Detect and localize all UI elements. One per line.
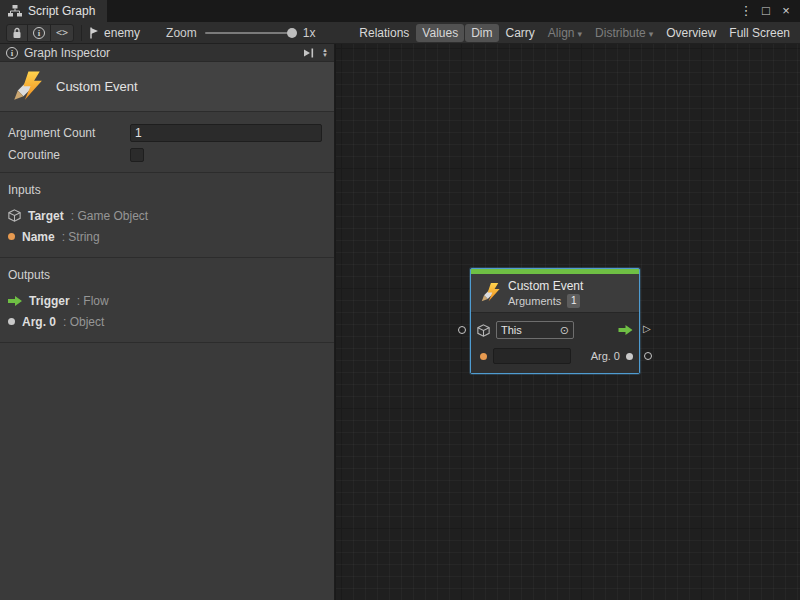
target-object-field[interactable]: This ⊙ xyxy=(496,321,574,339)
align-label: Align xyxy=(548,26,575,40)
toolbar-separator xyxy=(81,25,82,41)
trigger-flow-port-icon[interactable] xyxy=(618,325,633,335)
coroutine-checkbox[interactable] xyxy=(130,148,144,162)
info-button[interactable]: i xyxy=(28,25,51,41)
port-name: Trigger xyxy=(29,294,70,308)
argument-count-row: Argument Count xyxy=(0,122,334,144)
code-icon: <> xyxy=(56,27,68,38)
lock-button[interactable] xyxy=(7,25,28,41)
coroutine-row: Coroutine xyxy=(0,144,334,166)
node-row-arg0: Arg. 0 xyxy=(477,345,633,367)
tab-script-graph[interactable]: Script Graph xyxy=(0,0,107,22)
port-type: : Game Object xyxy=(71,209,148,223)
fullscreen-label: Full Screen xyxy=(729,26,790,40)
values-button[interactable]: Values xyxy=(416,24,464,42)
target-value: This xyxy=(501,324,522,336)
port-type: : Flow xyxy=(77,294,109,308)
custom-event-icon xyxy=(10,70,44,104)
graph-breadcrumb[interactable]: enemy xyxy=(89,26,140,40)
relations-label: Relations xyxy=(359,26,409,40)
chevron-down-icon: ▾ xyxy=(649,29,654,39)
info-icon: i xyxy=(33,27,45,39)
object-port-icon xyxy=(8,318,15,325)
cube-icon xyxy=(8,209,21,222)
node-arguments-row: Arguments 1 xyxy=(508,294,583,308)
name-string-port-icon[interactable] xyxy=(480,353,487,360)
arg0-object-port-icon[interactable] xyxy=(626,353,633,360)
outputs-heading: Outputs xyxy=(8,268,326,282)
dim-button[interactable]: Dim xyxy=(465,24,498,42)
lock-icon xyxy=(12,27,22,39)
window-controls: ⋮ □ × xyxy=(738,0,800,22)
align-dropdown[interactable]: Align▾ xyxy=(542,24,588,42)
dock-icon[interactable] xyxy=(302,48,314,58)
flow-arrow-icon xyxy=(8,296,22,306)
unit-title: Custom Event xyxy=(56,79,138,94)
overview-button[interactable]: Overview xyxy=(660,24,722,42)
port-name: Arg. 0 xyxy=(22,315,56,329)
node-header-text: Custom Event Arguments 1 xyxy=(508,279,583,308)
overview-label: Overview xyxy=(666,26,716,40)
chevron-down-icon: ▾ xyxy=(578,29,583,39)
outputs-section: Outputs Trigger : Flow Arg. 0 : Object xyxy=(0,258,334,343)
cube-icon xyxy=(477,324,490,337)
custom-event-icon xyxy=(479,282,501,304)
node-header[interactable]: Custom Event Arguments 1 xyxy=(471,274,639,312)
port-name: Name xyxy=(22,230,55,244)
zoom-value: 1x xyxy=(303,26,316,40)
script-graph-icon xyxy=(8,5,22,17)
port-row-trigger: Trigger : Flow xyxy=(8,290,326,311)
arguments-label: Arguments xyxy=(508,295,561,307)
toolbar-icon-group: i <> xyxy=(6,24,74,42)
custom-event-node[interactable]: Custom Event Arguments 1 This ⊙ xyxy=(470,268,640,374)
graph-inspector-panel: i Graph Inspector ▲ ▼ xyxy=(0,44,335,600)
argument-count-label: Argument Count xyxy=(8,126,130,140)
inputs-heading: Inputs xyxy=(8,183,326,197)
port-type: : Object xyxy=(63,315,104,329)
window-menu-icon[interactable]: ⋮ xyxy=(738,0,754,22)
port-row-arg0: Arg. 0 : Object xyxy=(8,311,326,332)
zoom-slider[interactable] xyxy=(205,32,295,34)
graph-name-label: enemy xyxy=(104,26,140,40)
inspector-title: Graph Inspector xyxy=(24,46,110,60)
relations-button[interactable]: Relations xyxy=(353,24,415,42)
titlebar: Script Graph ⋮ □ × xyxy=(0,0,800,22)
graph-pointer-icon xyxy=(89,27,99,39)
script-graph-window: Script Graph ⋮ □ × i <> xyxy=(0,0,800,600)
fullscreen-button[interactable]: Full Screen xyxy=(723,24,796,42)
port-row-name: Name : String xyxy=(8,226,326,247)
graph-canvas[interactable]: Custom Event Arguments 1 This ⊙ xyxy=(336,44,800,600)
object-picker-icon[interactable]: ⊙ xyxy=(560,325,569,336)
code-view-button[interactable]: <> xyxy=(51,25,73,41)
graph-toolbar: i <> enemy Zoom 1x Relations Values xyxy=(0,22,800,44)
flow-output-port[interactable]: ▷ xyxy=(643,323,651,335)
port-name: Target xyxy=(28,209,64,223)
unit-header: Custom Event xyxy=(0,62,334,112)
event-name-input[interactable] xyxy=(493,348,571,364)
argument-count-input[interactable] xyxy=(130,124,322,142)
target-input-port[interactable] xyxy=(458,326,466,334)
node-title: Custom Event xyxy=(508,279,583,293)
node-body: This ⊙ Arg. 0 xyxy=(471,312,639,373)
arg0-output-port[interactable] xyxy=(644,352,652,360)
info-icon: i xyxy=(6,47,18,59)
dim-label: Dim xyxy=(471,26,492,40)
zoom-slider-knob[interactable] xyxy=(287,28,297,38)
coroutine-label: Coroutine xyxy=(8,148,130,162)
port-type: : String xyxy=(62,230,100,244)
maximize-icon[interactable]: □ xyxy=(758,0,774,22)
values-label: Values xyxy=(422,26,458,40)
pane-scroll-control[interactable]: ▲ ▼ xyxy=(322,48,328,58)
carry-button[interactable]: Carry xyxy=(500,24,541,42)
arg0-label: Arg. 0 xyxy=(591,350,620,362)
distribute-label: Distribute xyxy=(595,26,646,40)
arguments-count-badge: 1 xyxy=(567,294,580,308)
string-port-icon xyxy=(8,233,15,240)
close-icon[interactable]: × xyxy=(778,0,794,22)
node-row-target: This ⊙ xyxy=(477,319,633,341)
zoom-label: Zoom xyxy=(166,26,197,40)
distribute-dropdown[interactable]: Distribute▾ xyxy=(589,24,659,42)
carry-label: Carry xyxy=(506,26,535,40)
tab-label: Script Graph xyxy=(28,4,95,18)
inspector-header-controls: ▲ ▼ xyxy=(302,48,328,58)
